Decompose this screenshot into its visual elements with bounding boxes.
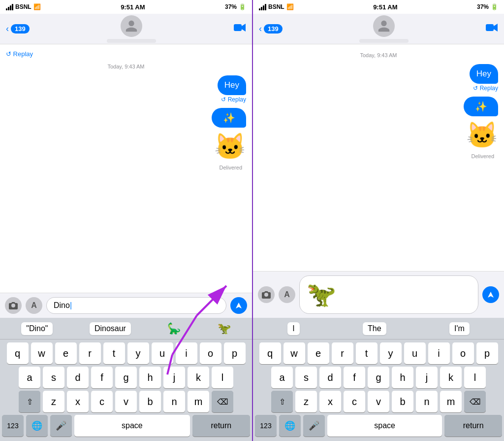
key-a-right[interactable]: a [271,367,293,388]
key-g-right[interactable]: g [368,367,389,388]
suggestion-brachiosaurus[interactable]: 🦕 [167,322,181,335]
appstore-button-left[interactable]: A [26,297,42,314]
mic-key-right[interactable]: 🎤 [303,415,325,437]
emoji-key-right[interactable]: 🌐 [279,415,301,437]
suggestion-the[interactable]: The [363,322,386,335]
back-count-right[interactable]: 139 [264,24,283,34]
key-h-right[interactable]: h [392,367,413,388]
video-button-left[interactable] [233,23,246,35]
key-c-left[interactable]: c [91,391,113,412]
key-e-right[interactable]: e [308,342,329,364]
key-o-left[interactable]: o [200,342,221,364]
key-s-right[interactable]: s [295,367,317,388]
contact-name-left [107,39,156,43]
send-button-right[interactable] [482,286,499,303]
suggestion-trex[interactable]: 🦖 [218,322,231,335]
key-w-left[interactable]: w [31,342,53,364]
mic-key-left[interactable]: 🎤 [50,415,72,437]
key-p-right[interactable]: p [476,342,498,364]
key-z-right[interactable]: z [295,391,317,412]
key-j-left[interactable]: j [163,367,185,388]
key-y-left[interactable]: y [127,342,149,364]
svg-marker-7 [494,24,498,32]
replay-top-left[interactable]: ↺ Replay [6,50,246,58]
suggestion-i[interactable]: I [287,322,299,335]
send-button-left[interactable] [230,297,247,314]
key-v-right[interactable]: v [368,391,389,412]
key-j-right[interactable]: j [416,367,438,388]
key-r-left[interactable]: r [79,342,101,364]
back-count-left[interactable]: 139 [11,24,30,34]
key-t-right[interactable]: t [356,342,378,364]
key-m-right[interactable]: m [440,391,462,412]
dino-input-right[interactable]: 🦖 [299,275,478,314]
shift-key-left[interactable]: ⇧ [19,391,40,412]
key-b-right[interactable]: b [392,391,413,412]
time-left: 9:51 AM [121,3,145,11]
return-key-left[interactable]: return [192,415,250,437]
key-k-right[interactable]: k [440,367,462,388]
key-n-left[interactable]: n [163,391,185,412]
suggestion-dinosaur[interactable]: Dinosaur [90,322,131,335]
key-i-left[interactable]: i [176,342,197,364]
key-t-left[interactable]: t [103,342,125,364]
key-d-right[interactable]: d [319,367,341,388]
battery-percent-right: 37% [477,3,489,10]
emoji-key-left[interactable]: 🌐 [26,415,48,437]
key-r-right[interactable]: r [332,342,353,364]
back-button-right[interactable]: ‹ 139 [259,24,283,34]
space-key-left[interactable]: space [74,415,190,437]
key-u-right[interactable]: u [404,342,426,364]
delete-key-right[interactable]: ⌫ [464,391,486,412]
key-x-left[interactable]: x [67,391,89,412]
text-input-left[interactable]: Dino [46,297,226,314]
back-button-left[interactable]: ‹ 139 [6,24,30,34]
delete-key-left[interactable]: ⌫ [212,391,233,412]
key-p-left[interactable]: p [224,342,246,364]
camera-button-left[interactable] [5,297,22,314]
camera-button-right[interactable] [258,286,275,303]
key-z-left[interactable]: z [43,391,64,412]
key-o-right[interactable]: o [452,342,474,364]
replay-small-left[interactable]: ↺ Replay [221,96,246,103]
num-key-right[interactable]: 123 [255,415,277,437]
avatar-left [121,15,142,37]
key-a-left[interactable]: a [19,367,40,388]
space-key-right[interactable]: space [327,415,442,437]
replay-small-right[interactable]: ↺ Replay [473,85,498,92]
key-u-left[interactable]: u [152,342,173,364]
key-row-2-right: a s d f g h j k l [255,367,502,388]
key-v-left[interactable]: v [115,391,137,412]
key-m-left[interactable]: m [188,391,209,412]
key-l-left[interactable]: l [212,367,233,388]
suggestion-dino-quoted[interactable]: "Dino" [21,322,53,335]
key-c-right[interactable]: c [344,391,365,412]
chat-area-right: Today, 9:43 AM Hey ↺ Replay ✨ 🐱 Delivere… [253,44,504,271]
key-y-right[interactable]: y [380,342,402,364]
key-g-left[interactable]: g [115,367,137,388]
key-l-right[interactable]: l [464,367,486,388]
key-q-right[interactable]: q [259,342,281,364]
video-icon-left [233,23,246,33]
status-bar-left: BSNL 📶 9:51 AM 37% 🔋 [0,0,252,14]
key-b-left[interactable]: b [139,391,161,412]
num-key-left[interactable]: 123 [2,415,24,437]
key-d-left[interactable]: d [67,367,89,388]
shift-key-right[interactable]: ⇧ [271,391,293,412]
key-k-left[interactable]: k [188,367,209,388]
key-h-left[interactable]: h [139,367,161,388]
key-i-right[interactable]: i [428,342,450,364]
key-q-left[interactable]: q [7,342,29,364]
return-key-right[interactable]: return [444,415,502,437]
key-e-left[interactable]: e [55,342,77,364]
appstore-button-right[interactable]: A [279,286,295,303]
key-w-right[interactable]: w [284,342,305,364]
key-n-right[interactable]: n [416,391,438,412]
key-x-right[interactable]: x [319,391,341,412]
input-bar-right: A 🦖 [253,271,504,318]
suggestion-im[interactable]: I'm [449,322,470,335]
key-s-left[interactable]: s [43,367,64,388]
key-f-left[interactable]: f [91,367,113,388]
video-button-right[interactable] [485,23,498,35]
key-f-right[interactable]: f [344,367,365,388]
